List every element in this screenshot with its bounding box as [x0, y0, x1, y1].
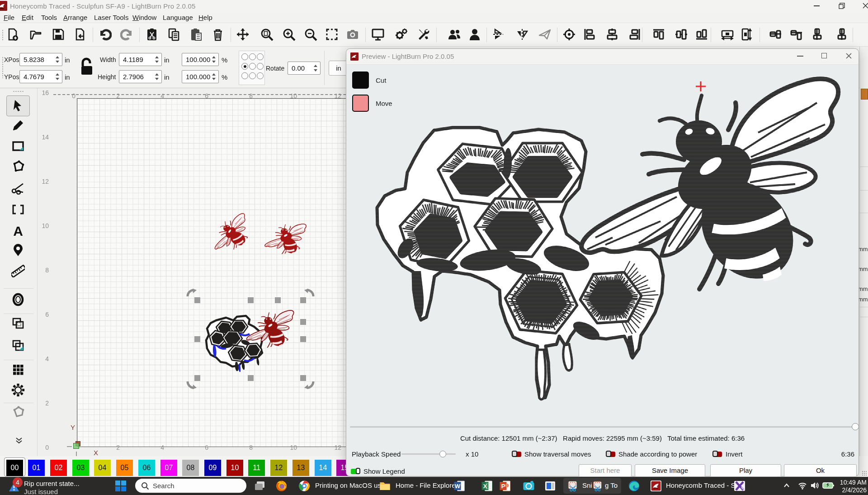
svg-text:W: W [455, 483, 461, 490]
svg-text:A: A [13, 224, 23, 238]
svg-text:P: P [501, 483, 505, 490]
